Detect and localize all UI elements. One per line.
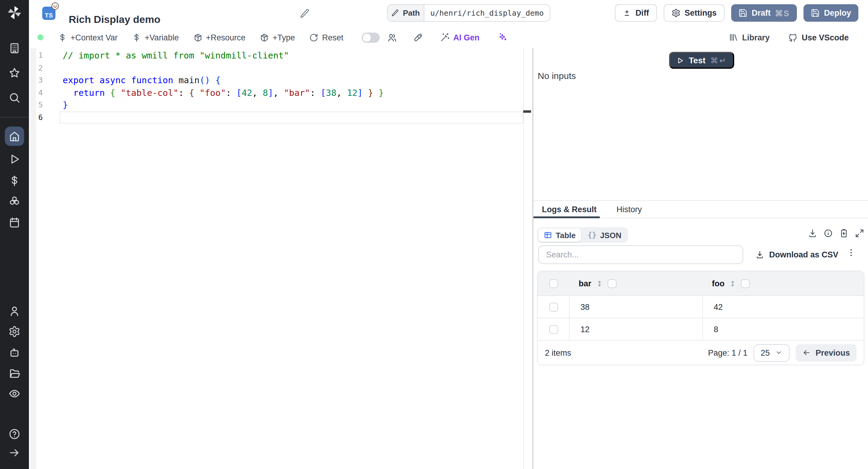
package-icon	[260, 33, 269, 42]
code-line[interactable]: return { "table-col": { "foo": [42, 8], …	[63, 87, 521, 99]
sort-updown-icon[interactable]	[729, 279, 737, 287]
header-bar: TS Rich Display demo Path u/henri/rich_d…	[29, 0, 868, 27]
settings-label: Settings	[684, 8, 717, 18]
overview-ruler-cursor-mark	[523, 110, 531, 113]
editor-gutter: 123456	[29, 50, 43, 124]
table-row: 3842	[538, 296, 864, 318]
line-number: 5	[29, 99, 43, 111]
code-line[interactable]: }	[63, 99, 521, 111]
use-vscode-button[interactable]: Use VScode	[788, 32, 849, 42]
download-csv-label: Download as CSV	[769, 250, 838, 259]
previous-label: Previous	[815, 348, 850, 357]
column-bar-checkbox[interactable]	[608, 279, 617, 288]
view-table-option[interactable]: Table	[538, 228, 581, 242]
search-input[interactable]	[538, 245, 743, 264]
schedules-calendar-icon[interactable]	[8, 216, 21, 228]
workers-bot-icon[interactable]	[8, 347, 21, 359]
column-foo-checkbox[interactable]	[741, 279, 750, 288]
search-icon[interactable]	[8, 92, 21, 104]
line-number: 4	[29, 87, 43, 99]
settings-button[interactable]: Settings	[663, 4, 724, 22]
sidebar-item-home[interactable]	[5, 127, 24, 146]
use-vscode-label: Use VScode	[802, 33, 849, 42]
add-context-var-label: +Context Var	[70, 33, 118, 42]
deploy-button[interactable]: Deploy	[804, 4, 858, 22]
home-icon	[8, 130, 21, 142]
test-button[interactable]: Test ⌘↵	[669, 52, 734, 69]
folders-icon[interactable]	[8, 368, 21, 380]
favorites-star-icon[interactable]	[8, 67, 21, 79]
workspace-building-icon[interactable]	[8, 42, 21, 54]
runs-play-icon[interactable]	[8, 153, 21, 165]
format-paintbrush-icon[interactable]	[413, 32, 423, 42]
table-cell: 8	[703, 318, 864, 340]
diff-button[interactable]: Diff	[615, 4, 657, 22]
variables-dollar-icon[interactable]	[8, 175, 21, 187]
windmill-logo-icon[interactable]	[7, 5, 22, 21]
settings-gear-icon[interactable]	[8, 325, 21, 338]
code-line[interactable]	[63, 62, 521, 74]
select-all-checkbox[interactable]	[549, 279, 558, 288]
braces-icon: {}	[588, 231, 596, 239]
download-result-icon[interactable]	[808, 228, 817, 238]
reset-button[interactable]: Reset	[310, 33, 344, 42]
ai-gen-label: AI Gen	[453, 33, 479, 42]
resources-boxes-icon[interactable]	[8, 195, 21, 207]
view-table-label: Table	[556, 230, 576, 240]
code-line[interactable]	[63, 111, 521, 124]
view-json-option[interactable]: {} JSON	[582, 228, 627, 242]
reset-label: Reset	[322, 33, 344, 42]
expand-sidebar-arrow-icon[interactable]	[8, 447, 21, 459]
table-rows: 3842128	[538, 296, 864, 341]
add-type-button[interactable]: +Type	[260, 33, 295, 42]
download-icon	[755, 250, 764, 259]
items-count: 2 items	[545, 348, 571, 357]
tab-logs-result[interactable]: Logs & Result	[542, 205, 597, 214]
path-button[interactable]: Path u/henri/rich_display_demo	[387, 4, 550, 22]
save-icon	[811, 8, 820, 18]
path-value: u/henri/rich_display_demo	[424, 5, 550, 21]
page-size-select[interactable]: 25	[753, 344, 789, 362]
code-line[interactable]: export async function main() {	[63, 74, 521, 87]
help-icon[interactable]	[8, 428, 21, 440]
result-table: bar foo	[537, 271, 864, 365]
result-content: Table {} JSON	[533, 218, 868, 469]
sidebar	[0, 0, 29, 469]
user-icon[interactable]	[8, 305, 21, 317]
diff-label: Diff	[635, 8, 649, 18]
previous-page-button[interactable]: Previous	[796, 344, 857, 362]
collab-toggle[interactable]	[362, 32, 380, 42]
row-checkbox[interactable]	[549, 302, 558, 311]
tab-history[interactable]: History	[617, 205, 642, 214]
add-resource-button[interactable]: +Resource	[193, 33, 245, 42]
test-label: Test	[689, 56, 706, 65]
add-context-var-button[interactable]: +Context Var	[58, 33, 118, 42]
line-number: 2	[29, 62, 43, 74]
code-line[interactable]: // import * as wmill from "windmill-clie…	[63, 50, 521, 62]
expand-result-icon[interactable]	[855, 228, 864, 238]
deploy-label: Deploy	[824, 8, 851, 18]
sort-updown-icon[interactable]	[595, 279, 603, 287]
users-icon[interactable]	[387, 32, 397, 42]
add-variable-button[interactable]: +Variable	[132, 33, 179, 42]
library-button[interactable]: Library	[729, 33, 770, 42]
draft-label: Draft	[752, 8, 771, 18]
line-number: 6	[29, 111, 43, 124]
draft-button[interactable]: Draft ⌘S	[731, 4, 797, 22]
audit-eye-icon[interactable]	[8, 387, 21, 400]
code-editor[interactable]: 123456 // import * as wmill from "windmi…	[29, 48, 533, 469]
table-cell: 12	[569, 318, 703, 340]
row-checkbox[interactable]	[549, 324, 558, 334]
table-options-kebab-icon[interactable]	[846, 248, 856, 257]
table-cell: 38	[569, 296, 703, 318]
ai-gen-button[interactable]: AI Gen	[440, 33, 479, 42]
editor-code[interactable]: // import * as wmill from "windmill-clie…	[63, 50, 521, 124]
dollar-icon	[58, 33, 67, 42]
add-variable-label: +Variable	[145, 33, 179, 42]
sparkles-icon[interactable]	[498, 33, 507, 42]
result-tabs: Logs & Result History	[533, 201, 868, 218]
download-csv-button[interactable]: Download as CSV	[755, 245, 838, 264]
copy-to-clipboard-icon[interactable]	[839, 228, 849, 238]
info-icon[interactable]	[824, 228, 833, 238]
edit-title-pencil-icon[interactable]	[298, 7, 311, 20]
